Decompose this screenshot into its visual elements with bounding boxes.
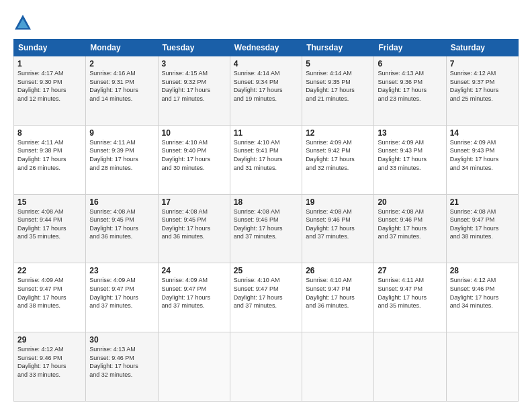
calendar-week-row: 8Sunrise: 4:11 AM Sunset: 9:38 PM Daylig… [14,125,519,194]
day-info: Sunrise: 4:09 AM Sunset: 9:42 PM Dayligh… [306,138,370,172]
calendar-cell: 4Sunrise: 4:14 AM Sunset: 9:34 PM Daylig… [230,56,302,126]
day-info: Sunrise: 4:17 AM Sunset: 9:30 PM Dayligh… [17,69,82,103]
day-number: 2 [89,59,154,68]
header [13,12,519,32]
day-number: 21 [450,197,515,207]
day-number: 14 [450,128,515,138]
day-number: 8 [17,128,82,138]
day-info: Sunrise: 4:13 AM Sunset: 9:46 PM Dayligh… [89,345,154,379]
day-number: 6 [378,59,442,68]
day-info: Sunrise: 4:09 AM Sunset: 9:43 PM Dayligh… [378,138,442,172]
day-number: 26 [306,266,370,275]
day-info: Sunrise: 4:08 AM Sunset: 9:47 PM Dayligh… [450,208,515,241]
day-info: Sunrise: 4:14 AM Sunset: 9:35 PM Dayligh… [306,69,370,103]
calendar-cell: 22Sunrise: 4:09 AM Sunset: 9:47 PM Dayli… [14,263,86,332]
day-info: Sunrise: 4:09 AM Sunset: 9:43 PM Dayligh… [450,138,515,172]
day-number: 25 [234,266,298,275]
page: SundayMondayTuesdayWednesdayThursdayFrid… [0,0,532,411]
day-number: 19 [306,197,370,207]
day-info: Sunrise: 4:13 AM Sunset: 9:36 PM Dayligh… [378,69,442,103]
day-number: 24 [162,266,226,275]
calendar-cell: 11Sunrise: 4:10 AM Sunset: 9:41 PM Dayli… [230,125,302,194]
calendar-cell: 20Sunrise: 4:08 AM Sunset: 9:46 PM Dayli… [374,194,446,263]
calendar-cell: 28Sunrise: 4:12 AM Sunset: 9:46 PM Dayli… [446,263,518,332]
calendar-cell: 12Sunrise: 4:09 AM Sunset: 9:42 PM Dayli… [302,125,374,194]
calendar-cell: 17Sunrise: 4:08 AM Sunset: 9:45 PM Dayli… [158,194,230,263]
calendar: SundayMondayTuesdayWednesdayThursdayFrid… [13,39,519,402]
calendar-cell: 14Sunrise: 4:09 AM Sunset: 9:43 PM Dayli… [446,125,518,194]
day-number: 9 [89,128,154,138]
calendar-cell: 3Sunrise: 4:15 AM Sunset: 9:32 PM Daylig… [158,56,230,126]
day-info: Sunrise: 4:08 AM Sunset: 9:46 PM Dayligh… [306,208,370,241]
day-number: 20 [378,197,442,207]
day-info: Sunrise: 4:08 AM Sunset: 9:46 PM Dayligh… [378,208,442,241]
calendar-week-row: 1Sunrise: 4:17 AM Sunset: 9:30 PM Daylig… [14,56,519,126]
day-info: Sunrise: 4:11 AM Sunset: 9:47 PM Dayligh… [378,276,442,310]
calendar-day-header: Thursday [302,40,374,56]
day-info: Sunrise: 4:10 AM Sunset: 9:47 PM Dayligh… [306,276,370,310]
day-number: 27 [378,266,442,275]
day-info: Sunrise: 4:12 AM Sunset: 9:46 PM Dayligh… [17,345,82,379]
calendar-cell: 10Sunrise: 4:10 AM Sunset: 9:40 PM Dayli… [158,125,230,194]
day-number: 13 [378,128,442,138]
day-number: 12 [306,128,370,138]
day-number: 10 [162,128,226,138]
day-number: 4 [234,59,298,68]
calendar-day-header: Wednesday [230,40,302,56]
calendar-cell: 5Sunrise: 4:14 AM Sunset: 9:35 PM Daylig… [302,56,374,126]
day-info: Sunrise: 4:09 AM Sunset: 9:47 PM Dayligh… [162,276,226,310]
calendar-cell: 23Sunrise: 4:09 AM Sunset: 9:47 PM Dayli… [86,263,158,332]
calendar-cell: 19Sunrise: 4:08 AM Sunset: 9:46 PM Dayli… [302,194,374,263]
calendar-week-row: 22Sunrise: 4:09 AM Sunset: 9:47 PM Dayli… [14,263,519,332]
day-info: Sunrise: 4:12 AM Sunset: 9:46 PM Dayligh… [450,276,515,310]
day-number: 1 [17,59,82,68]
day-info: Sunrise: 4:10 AM Sunset: 9:41 PM Dayligh… [234,138,298,172]
calendar-day-header: Saturday [446,40,518,56]
day-info: Sunrise: 4:10 AM Sunset: 9:40 PM Dayligh… [162,138,226,172]
calendar-cell: 26Sunrise: 4:10 AM Sunset: 9:47 PM Dayli… [302,263,374,332]
calendar-cell: 16Sunrise: 4:08 AM Sunset: 9:45 PM Dayli… [86,194,158,263]
calendar-week-row: 15Sunrise: 4:08 AM Sunset: 9:44 PM Dayli… [14,194,519,263]
day-info: Sunrise: 4:15 AM Sunset: 9:32 PM Dayligh… [162,69,226,103]
logo-icon [13,13,32,32]
calendar-cell: 29Sunrise: 4:12 AM Sunset: 9:46 PM Dayli… [14,332,86,402]
logo [13,12,35,32]
day-number: 3 [162,59,226,68]
day-number: 7 [450,59,515,68]
calendar-cell: 24Sunrise: 4:09 AM Sunset: 9:47 PM Dayli… [158,263,230,332]
calendar-cell: 15Sunrise: 4:08 AM Sunset: 9:44 PM Dayli… [14,194,86,263]
day-info: Sunrise: 4:08 AM Sunset: 9:44 PM Dayligh… [17,208,82,241]
day-number: 16 [89,197,154,207]
day-info: Sunrise: 4:14 AM Sunset: 9:34 PM Dayligh… [234,69,298,103]
calendar-cell [230,332,302,402]
calendar-cell: 13Sunrise: 4:09 AM Sunset: 9:43 PM Dayli… [374,125,446,194]
day-info: Sunrise: 4:11 AM Sunset: 9:38 PM Dayligh… [17,138,82,172]
calendar-cell: 18Sunrise: 4:08 AM Sunset: 9:46 PM Dayli… [230,194,302,263]
day-number: 23 [89,266,154,275]
calendar-cell: 1Sunrise: 4:17 AM Sunset: 9:30 PM Daylig… [14,56,86,126]
day-info: Sunrise: 4:11 AM Sunset: 9:39 PM Dayligh… [89,138,154,172]
calendar-cell [302,332,374,402]
calendar-header-row: SundayMondayTuesdayWednesdayThursdayFrid… [14,40,519,56]
day-number: 18 [234,197,298,207]
day-info: Sunrise: 4:08 AM Sunset: 9:46 PM Dayligh… [234,208,298,241]
day-info: Sunrise: 4:09 AM Sunset: 9:47 PM Dayligh… [89,276,154,310]
day-number: 5 [306,59,370,68]
calendar-week-row: 29Sunrise: 4:12 AM Sunset: 9:46 PM Dayli… [14,332,519,402]
day-info: Sunrise: 4:08 AM Sunset: 9:45 PM Dayligh… [162,208,226,241]
calendar-cell: 8Sunrise: 4:11 AM Sunset: 9:38 PM Daylig… [14,125,86,194]
calendar-cell [446,332,518,402]
calendar-cell: 6Sunrise: 4:13 AM Sunset: 9:36 PM Daylig… [374,56,446,126]
day-info: Sunrise: 4:08 AM Sunset: 9:45 PM Dayligh… [89,208,154,241]
calendar-cell [374,332,446,402]
day-number: 22 [17,266,82,275]
day-number: 11 [234,128,298,138]
calendar-cell: 7Sunrise: 4:12 AM Sunset: 9:37 PM Daylig… [446,56,518,126]
day-number: 30 [89,335,154,345]
day-info: Sunrise: 4:12 AM Sunset: 9:37 PM Dayligh… [450,69,515,103]
calendar-cell: 25Sunrise: 4:10 AM Sunset: 9:47 PM Dayli… [230,263,302,332]
day-number: 17 [162,197,226,207]
day-number: 29 [17,335,82,345]
day-info: Sunrise: 4:10 AM Sunset: 9:47 PM Dayligh… [234,276,298,310]
calendar-day-header: Monday [86,40,158,56]
